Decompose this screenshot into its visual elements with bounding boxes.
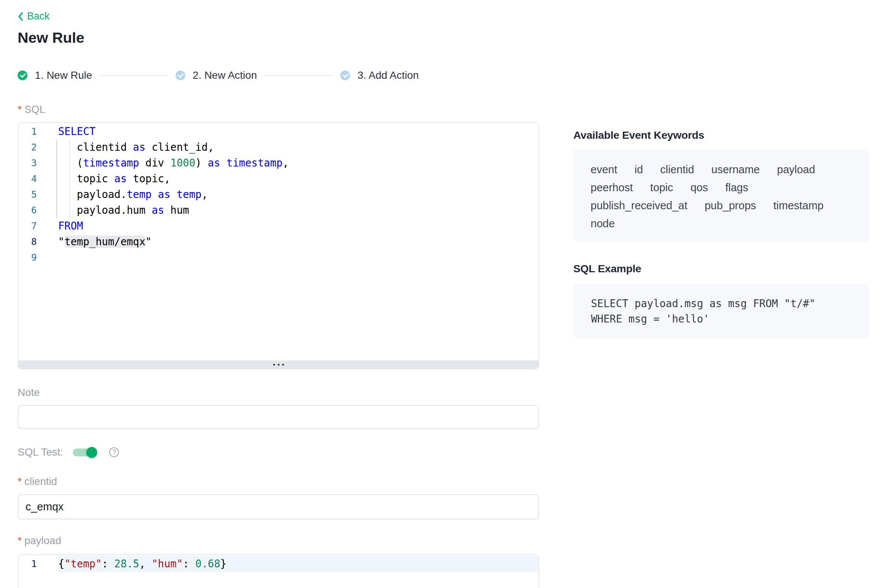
code-text: "temp_hum/emqx" — [58, 234, 538, 250]
event-keyword: payload — [777, 160, 815, 178]
clientid-input-wrap — [18, 494, 539, 519]
keywords-box: eventidclientidusernamepayloadpeerhostto… — [573, 149, 869, 242]
event-keyword: clientid — [660, 160, 694, 178]
editor-resize-handle[interactable] — [18, 360, 538, 369]
required-mark: * — [18, 535, 22, 547]
required-mark: * — [18, 476, 22, 488]
code-line: 2 clientid as client_id, — [18, 140, 538, 155]
clientid-input[interactable] — [18, 494, 539, 519]
line-number: 1 — [18, 124, 37, 140]
event-keyword: event — [591, 160, 617, 178]
back-link[interactable]: Back — [18, 10, 50, 22]
sql-test-label-text: SQL Test: — [18, 446, 63, 458]
code-text: clientid as client_id, — [58, 140, 538, 155]
event-keyword: username — [711, 160, 760, 178]
help-glyph: ? — [112, 448, 116, 456]
code-text: payload.hum as hum — [58, 202, 538, 218]
step-label: 1. New Rule — [35, 69, 92, 81]
clientid-field-label: * clientid — [18, 476, 57, 488]
code-text: topic as topic, — [58, 171, 538, 187]
note-input-wrap — [18, 405, 539, 429]
line-number: 8 — [18, 234, 37, 250]
sql-field-label: * SQL — [18, 104, 45, 116]
event-keyword: id — [634, 160, 643, 178]
sql-code-editor[interactable]: 1SELECT2 clientid as client_id,3 (timest… — [18, 122, 539, 369]
sql-test-toggle[interactable] — [73, 448, 97, 456]
event-keyword: topic — [650, 178, 673, 196]
code-text: payload.temp as temp, — [58, 187, 538, 202]
toggle-knob — [86, 447, 97, 458]
step-label: 2. New Action — [193, 69, 257, 81]
note-label-text: Note — [18, 387, 40, 399]
note-field-label: Note — [18, 387, 40, 399]
code-text: SELECT — [58, 124, 538, 140]
event-keyword: publish_received_at — [591, 196, 687, 214]
code-line: 7FROM — [18, 218, 538, 234]
code-text: {"temp": 28.5, "hum": 0.68} — [58, 556, 538, 572]
line-number: 2 — [18, 140, 37, 155]
event-keyword: qos — [690, 178, 708, 196]
step-label: 3. Add Action — [358, 69, 419, 81]
sql-test-row: SQL Test: ? — [18, 446, 119, 458]
sql-example-line: WHERE msg = 'hello' — [591, 311, 869, 327]
indent-guide — [56, 140, 57, 218]
event-keyword: timestamp — [773, 196, 824, 214]
code-line: 9 — [18, 250, 538, 266]
sql-example-title: SQL Example — [573, 262, 641, 275]
event-keyword: pub_props — [705, 196, 756, 214]
indent-guide — [69, 140, 70, 218]
code-line: 1SELECT — [18, 124, 538, 140]
sql-example-box: SELECT payload.msg as msg FROM "t/#"WHER… — [573, 284, 869, 339]
sql-test-label: SQL Test: — [18, 446, 63, 458]
note-input[interactable] — [18, 405, 539, 429]
step-item[interactable]: 1. New Rule — [18, 69, 92, 81]
step-item[interactable]: 3. Add Action — [340, 69, 419, 81]
code-line: 3 (timestamp div 1000) as timestamp, — [18, 155, 538, 171]
help-icon[interactable]: ? — [109, 447, 119, 457]
back-label: Back — [27, 10, 50, 22]
event-keyword: peerhost — [591, 178, 633, 196]
payload-field-label: * payload — [18, 535, 61, 547]
line-number: 6 — [18, 202, 37, 218]
code-text: (timestamp div 1000) as timestamp, — [58, 155, 538, 171]
line-number: 4 — [18, 171, 37, 187]
new-rule-page: Back New Rule 1. New Rule2. New Action3.… — [0, 0, 884, 588]
code-text: FROM — [58, 218, 538, 234]
required-mark: * — [18, 104, 22, 116]
step-connector — [100, 75, 168, 76]
line-number: 5 — [18, 187, 37, 202]
event-keyword: node — [591, 214, 615, 232]
line-number: 3 — [18, 155, 37, 171]
step-check-icon — [176, 70, 185, 80]
page-title: New Rule — [18, 29, 84, 46]
clientid-label-text: clientid — [24, 476, 57, 488]
code-line: 8"temp_hum/emqx" — [18, 234, 538, 250]
step-check-icon — [18, 70, 27, 80]
step-item[interactable]: 2. New Action — [176, 69, 257, 81]
sql-example-line: SELECT payload.msg as msg FROM "t/#" — [591, 296, 869, 311]
code-line: 5 payload.temp as temp, — [18, 187, 538, 202]
event-keyword: flags — [725, 178, 748, 196]
steps-bar: 1. New Rule2. New Action3. Add Action — [18, 69, 419, 81]
keywords-panel-title: Available Event Keywords — [573, 129, 704, 141]
line-number: 1 — [18, 556, 37, 572]
chevron-left-icon — [18, 12, 23, 21]
payload-label-text: payload — [24, 535, 61, 547]
code-line: 4 topic as topic, — [18, 171, 538, 187]
step-connector — [265, 75, 333, 76]
sql-label-text: SQL — [24, 104, 45, 116]
code-line: 1{"temp": 28.5, "hum": 0.68} — [18, 556, 538, 572]
line-number: 7 — [18, 218, 37, 234]
step-check-icon — [340, 70, 350, 80]
code-text — [58, 250, 538, 266]
code-line: 6 payload.hum as hum — [18, 202, 538, 218]
line-number: 9 — [18, 250, 37, 266]
payload-code-editor[interactable]: 1{"temp": 28.5, "hum": 0.68} — [18, 554, 539, 588]
